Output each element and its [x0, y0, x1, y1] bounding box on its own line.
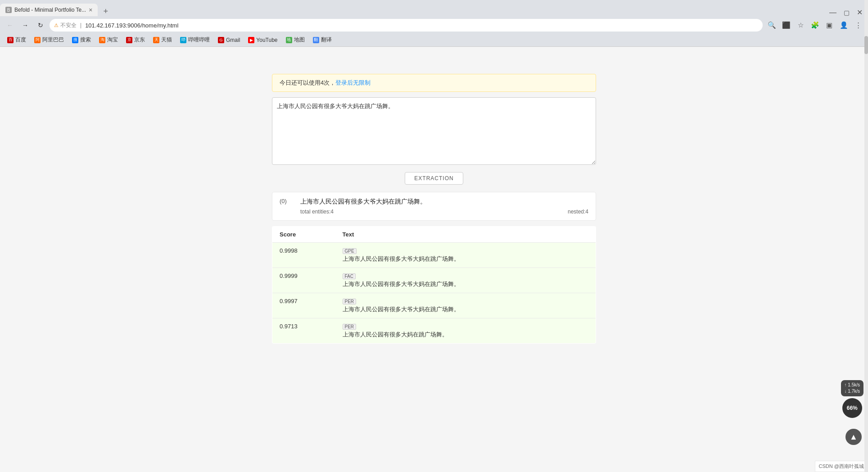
scrollbar-thumb[interactable] — [864, 36, 868, 54]
bookmark-tianmao-favicon: 天 — [153, 37, 159, 43]
entity-tag: FAC — [343, 273, 356, 279]
score-cell: 0.9998 — [272, 243, 335, 268]
bookmark-jd-favicon: 京 — [126, 37, 132, 43]
menu-button[interactable]: ⋮ — [852, 19, 864, 32]
entity-text: 上海市人民公园有很多大妈在跳广场舞。 — [343, 331, 589, 339]
bookmark-maps-label: 地图 — [294, 36, 305, 44]
insecure-icon: ⚠ — [54, 23, 59, 28]
bookmark-tianmao[interactable]: 天 天猫 — [149, 35, 176, 45]
button-row: EXTRACTION — [272, 172, 596, 185]
refresh-button[interactable]: ↻ — [34, 19, 47, 32]
bookmark-search-label: 搜索 — [80, 36, 91, 44]
extraction-button[interactable]: EXTRACTION — [405, 172, 463, 185]
result-sentence: 上海市人民公园有很多大爷大妈在跳广场舞。 — [300, 198, 588, 206]
score-cell: 0.9713 — [272, 318, 335, 344]
bookmark-taobao-label: 淘宝 — [107, 36, 118, 44]
new-tab-button[interactable]: + — [99, 7, 112, 16]
main-container: 今日还可以使用4次，登录后无限制 上海市人民公园有很多大爷大妈在跳广场舞。 EX… — [272, 74, 596, 454]
col-score-header: Score — [272, 227, 335, 243]
address-bar-row: ← → ↻ ⚠ 不安全 | 101.42.167.193:9006/home/m… — [0, 16, 868, 34]
table-row: 0.9997PER上海市人民公园有很多大爷大妈在跳广场舞。 — [272, 293, 596, 318]
sidebar-button[interactable]: ▣ — [823, 19, 836, 32]
maximize-button[interactable]: ▢ — [840, 9, 853, 16]
speed-widget: ↑ 1.5k/s ↓ 1.7k/s — [841, 380, 863, 396]
result-card: (0) 上海市人民公园有很多大爷大妈在跳广场舞。 total entities:… — [272, 192, 596, 221]
notice-text: 今日还可以使用4次， — [280, 79, 335, 86]
score-table: Score Text 0.9998GPE上海市人民公园有很多大爷大妈在跳广场舞。… — [272, 226, 596, 344]
search-sidebar-button[interactable]: 🔍 — [765, 19, 778, 32]
bookmark-youtube-label: YouTube — [256, 37, 277, 43]
bookmark-bilibili[interactable]: 哔 哔哩哔哩 — [176, 35, 213, 45]
bookmark-search[interactable]: 搜 搜索 — [68, 35, 95, 45]
profile-button[interactable]: 👤 — [837, 19, 850, 32]
table-row: 0.9999FAC上海市人民公园有很多大爷大妈在跳广场舞。 — [272, 268, 596, 293]
bookmark-gmail[interactable]: G Gmail — [214, 36, 244, 44]
bookmark-youtube[interactable]: ▶ YouTube — [244, 36, 281, 44]
speed-up: ↑ 1.5k/s — [845, 382, 860, 388]
scroll-top-icon: ▲ — [850, 432, 858, 442]
table-row: 0.9713PER上海市人民公园有很多大妈在跳广场舞。 — [272, 318, 596, 344]
entity-text: 上海市人民公园有很多大爷大妈在跳广场舞。 — [343, 255, 589, 263]
text-cell: GPE上海市人民公园有很多大爷大妈在跳广场舞。 — [335, 243, 596, 268]
table-row: 0.9998GPE上海市人民公园有很多大爷大妈在跳广场舞。 — [272, 243, 596, 268]
bookmark-alibaba-favicon: 阿 — [34, 37, 41, 43]
text-cell: FAC上海市人民公园有很多大爷大妈在跳广场舞。 — [335, 268, 596, 293]
bookmark-maps[interactable]: 地 地图 — [282, 35, 308, 45]
bookmark-gmail-favicon: G — [218, 37, 224, 43]
screenshot-button[interactable]: ⬛ — [780, 19, 792, 32]
toolbar-icons: 🔍 ⬛ ☆ 🧩 ▣ 👤 ⋮ — [765, 19, 864, 32]
address-text[interactable]: 101.42.167.193:9006/home/my.html — [85, 22, 758, 29]
notice-link[interactable]: 登录后无限制 — [335, 79, 371, 86]
bookmark-baidu-favicon: 百 — [7, 37, 14, 43]
score-cell: 0.9997 — [272, 293, 335, 318]
result-header: (0) 上海市人民公园有很多大爷大妈在跳广场舞。 — [280, 198, 588, 206]
csdn-badge: CSDN @西南叶孤城 — [815, 461, 868, 472]
browser-tab[interactable]: B Befold - Minimal Portfolio Te... × — [0, 4, 98, 16]
forward-button[interactable]: → — [19, 19, 32, 32]
bookmark-jd-label: 京东 — [134, 36, 145, 44]
entity-tag: PER — [343, 299, 357, 304]
text-input[interactable]: 上海市人民公园有很多大爷大妈在跳广场舞。 — [272, 97, 596, 165]
text-cell: PER上海市人民公园有很多大妈在跳广场舞。 — [335, 318, 596, 344]
bookmark-search-favicon: 搜 — [72, 37, 78, 43]
back-button[interactable]: ← — [4, 19, 16, 32]
bookmark-button[interactable]: ☆ — [794, 19, 807, 32]
entity-tag: PER — [343, 324, 357, 330]
bookmark-taobao-favicon: 淘 — [99, 37, 105, 43]
page-content: 今日还可以使用4次，登录后无限制 上海市人民公园有很多大爷大妈在跳广场舞。 EX… — [0, 47, 868, 472]
bookmark-translate-label: 翻译 — [321, 36, 332, 44]
tab-bar: B Befold - Minimal Portfolio Te... × + —… — [0, 0, 868, 16]
minimize-button[interactable]: — — [826, 9, 840, 16]
address-bar[interactable]: ⚠ 不安全 | 101.42.167.193:9006/home/my.html — [50, 19, 763, 32]
bookmark-tianmao-label: 天猫 — [161, 36, 172, 44]
entity-tag: GPE — [343, 248, 357, 254]
tab-title: Befold - Minimal Portfolio Te... — [14, 7, 86, 13]
bookmark-taobao[interactable]: 淘 淘宝 — [95, 35, 122, 45]
nested-label: nested:4 — [568, 209, 588, 215]
csdn-badge-text: CSDN @西南叶孤城 — [819, 463, 864, 469]
bookmark-baidu[interactable]: 百 百度 — [4, 35, 30, 45]
scrollbar[interactable] — [864, 0, 868, 472]
bookmark-alibaba-label: 阿里巴巴 — [42, 36, 64, 44]
entity-text: 上海市人民公园有很多大爷大妈在跳广场舞。 — [343, 305, 589, 313]
bookmark-jd[interactable]: 京 京东 — [122, 35, 149, 45]
bookmark-alibaba[interactable]: 阿 阿里巴巴 — [31, 35, 68, 45]
bookmarks-bar: 百 百度 阿 阿里巴巴 搜 搜索 淘 淘宝 京 京东 天 天猫 哔 哔哩哔哩 G — [0, 34, 868, 47]
tab-favicon: B — [5, 7, 12, 13]
right-widget: ↑ 1.5k/s ↓ 1.7k/s 66% — [841, 380, 863, 418]
score-cell: 0.9999 — [272, 268, 335, 293]
bookmark-maps-favicon: 地 — [286, 37, 292, 43]
text-cell: PER上海市人民公园有很多大爷大妈在跳广场舞。 — [335, 293, 596, 318]
extensions-button[interactable]: 🧩 — [809, 19, 821, 32]
tab-close-button[interactable]: × — [89, 7, 92, 13]
bookmark-youtube-favicon: ▶ — [248, 37, 254, 43]
bookmark-translate-favicon: 翻 — [313, 37, 319, 43]
address-separator: | — [80, 22, 81, 28]
result-meta: total entities:4 nested:4 — [280, 209, 588, 215]
bookmark-baidu-label: 百度 — [15, 36, 26, 44]
percent-text: 66% — [847, 405, 858, 411]
percent-widget: 66% — [842, 398, 862, 418]
result-index: (0) — [280, 198, 293, 204]
scroll-top-button[interactable]: ▲ — [845, 429, 862, 445]
bookmark-translate[interactable]: 翻 翻译 — [309, 35, 335, 45]
